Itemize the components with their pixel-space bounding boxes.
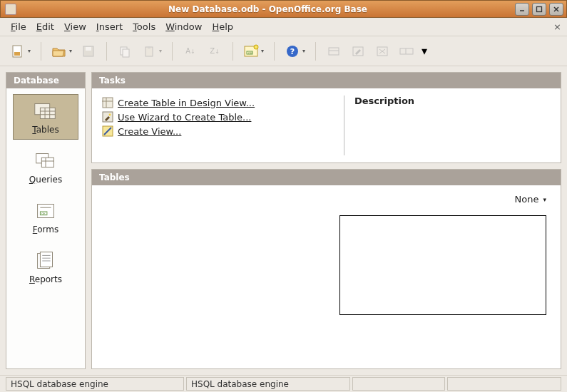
svg-point-49 (109, 114, 111, 116)
main-area: Database Tables Queries OK Forms Reports (0, 66, 567, 375)
sidebar-item-forms[interactable]: OK Forms (13, 194, 78, 239)
sort-desc-icon: Z↓ (207, 43, 223, 59)
reports-icon (32, 250, 59, 272)
records-icon (326, 43, 342, 59)
delete-icon (374, 43, 390, 59)
copy-button[interactable] (114, 41, 136, 62)
separator (106, 42, 107, 61)
database-sidebar: Database Tables Queries OK Forms Reports (6, 72, 86, 369)
chevron-down-icon: ▾ (302, 48, 305, 54)
rename-icon (399, 43, 414, 59)
folder-open-icon (51, 43, 67, 59)
preview-mode-label: None (515, 194, 539, 205)
queries-icon (32, 150, 59, 172)
separator (233, 42, 233, 61)
sort-asc-button[interactable]: A↓ (180, 41, 201, 62)
menu-tools[interactable]: Tools (128, 19, 160, 34)
svg-rect-7 (86, 47, 91, 51)
task-label: Create View... (118, 126, 181, 137)
svg-rect-24 (400, 48, 413, 54)
design-view-icon (102, 97, 113, 108)
help-icon: ? (285, 43, 300, 59)
preview-box (339, 215, 546, 315)
app-icon (5, 4, 16, 15)
task-label: Use Wizard to Create Table... (118, 112, 251, 123)
form-button[interactable]: OK ▾ (240, 41, 267, 62)
wizard-icon (102, 111, 113, 123)
document-close-icon[interactable]: × (553, 21, 561, 32)
maximize-button[interactable] (532, 3, 546, 16)
svg-text:OK: OK (41, 212, 46, 215)
tasks-header: Tasks (92, 73, 561, 88)
content-column: Tasks Create Table in Design View... Use… (91, 72, 561, 369)
minimize-button[interactable] (515, 3, 529, 16)
svg-rect-1 (537, 6, 542, 11)
chevron-down-icon: ▾ (543, 196, 546, 203)
menu-edit[interactable]: Edit (31, 19, 59, 34)
svg-rect-33 (41, 158, 53, 167)
preview-mode-selector[interactable]: None ▾ (515, 194, 546, 205)
open-button[interactable]: ▾ (48, 41, 75, 62)
svg-text:OK: OK (248, 51, 252, 54)
task-label: Create Table in Design View... (118, 98, 255, 108)
tasks-panel: Tasks Create Table in Design View... Use… (91, 72, 561, 163)
save-button[interactable] (78, 41, 99, 62)
sidebar-item-label: Forms (33, 225, 59, 234)
svg-rect-45 (103, 98, 113, 108)
svg-rect-5 (14, 52, 20, 56)
status-cell-1: HSQL database engine (6, 377, 184, 391)
svg-text:?: ? (290, 47, 295, 56)
close-button[interactable] (549, 3, 563, 16)
separator (41, 42, 41, 61)
tables-icon (32, 100, 59, 122)
save-icon (81, 43, 96, 59)
edit-icon (350, 43, 366, 59)
sidebar-header: Database (6, 73, 85, 88)
sort-desc-button[interactable]: Z↓ (204, 41, 225, 62)
menu-file[interactable]: File (6, 19, 31, 34)
description-column: Description (344, 96, 551, 155)
svg-rect-18 (329, 48, 339, 55)
sidebar-item-queries[interactable]: Queries (13, 144, 78, 190)
separator (274, 42, 275, 61)
tables-header: Tables (92, 170, 561, 185)
menu-view[interactable]: View (59, 19, 91, 34)
status-cell-4 (447, 377, 561, 391)
separator (172, 42, 173, 61)
tool-d-button[interactable] (396, 41, 417, 62)
sidebar-item-reports[interactable]: Reports (13, 244, 78, 289)
sidebar-item-tables[interactable]: Tables (13, 94, 78, 140)
status-cell-2: HSQL database engine (186, 377, 350, 391)
window-title: New Database.odb - OpenOffice.org Base (21, 4, 515, 14)
statusbar: HSQL database engine HSQL database engin… (0, 375, 567, 392)
status-cell-3 (352, 377, 445, 391)
menu-insert[interactable]: Insert (91, 19, 128, 34)
tables-body: None ▾ (92, 185, 561, 368)
task-create-view[interactable]: Create View... (102, 124, 337, 138)
sidebar-item-label: Queries (29, 175, 62, 185)
chevron-down-icon: ▾ (28, 48, 31, 54)
task-wizard-create-table[interactable]: Use Wizard to Create Table... (102, 110, 337, 124)
tool-a-button[interactable] (323, 41, 344, 62)
form-icon: OK (243, 43, 259, 59)
tool-b-button[interactable] (347, 41, 369, 62)
toolbar: ▾ ▾ ▾ A↓ Z↓ OK ▾ ?▾ ▾ (0, 36, 567, 66)
menu-window[interactable]: Window (160, 19, 207, 34)
paste-button[interactable]: ▾ (138, 41, 165, 62)
titlebar: New Database.odb - OpenOffice.org Base (0, 0, 567, 18)
help-button[interactable]: ?▾ (282, 41, 308, 62)
forms-icon: OK (32, 200, 59, 222)
new-button[interactable]: ▾ (7, 41, 34, 62)
tasks-list: Create Table in Design View... Use Wizar… (102, 96, 337, 155)
paste-icon (141, 43, 157, 59)
svg-rect-11 (148, 46, 150, 48)
task-create-table-design[interactable]: Create Table in Design View... (102, 96, 337, 110)
separator (315, 42, 316, 61)
toolbar-overflow[interactable]: ▾ (422, 44, 427, 58)
menubar: File Edit View Insert Tools Window Help … (0, 18, 567, 36)
menu-help[interactable]: Help (207, 19, 238, 34)
chevron-down-icon: ▾ (159, 48, 162, 54)
chevron-down-icon: ▾ (261, 48, 264, 54)
tool-c-button[interactable] (372, 41, 393, 62)
svg-rect-27 (40, 108, 55, 118)
